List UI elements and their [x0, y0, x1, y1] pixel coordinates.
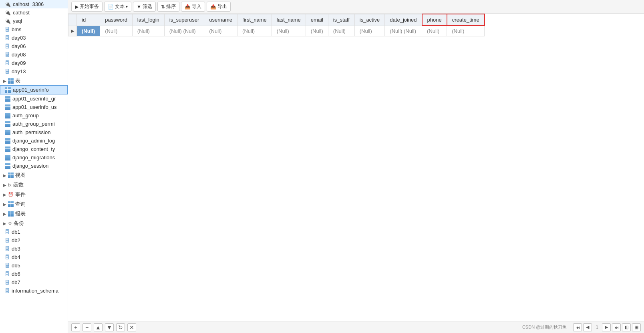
- sidebar-item-label: calhost_3306: [13, 1, 44, 7]
- text-button[interactable]: 📄 文本 ▾: [104, 2, 131, 12]
- sidebar-item-information-schema[interactable]: 🗄 information_schema: [0, 287, 68, 295]
- cell-last-login[interactable]: (Null): [132, 26, 164, 36]
- cell-last-name[interactable]: (Null): [272, 26, 306, 36]
- remove-row-button[interactable]: −: [83, 323, 91, 331]
- database-icon: 🗄: [5, 229, 10, 235]
- start-task-button[interactable]: ▶ 开始事务: [71, 2, 103, 12]
- page-first-button[interactable]: ⏮: [573, 323, 582, 331]
- import-label: 导入: [192, 3, 201, 10]
- cell-first-name[interactable]: (Null): [237, 26, 272, 36]
- sort-label: 排序: [166, 3, 176, 10]
- page-prev-button[interactable]: ◀: [583, 323, 592, 331]
- sidebar-table-auth-group[interactable]: auth_group: [0, 111, 68, 120]
- col-create-time[interactable]: create_time: [447, 14, 485, 26]
- section-events[interactable]: ▶ ⏰ 事件: [0, 189, 68, 199]
- col-is-staff[interactable]: is_staff: [328, 14, 354, 26]
- sidebar-table-app01-userinfo-us[interactable]: app01_userinfo_us: [0, 103, 68, 111]
- col-phone[interactable]: phone: [422, 14, 447, 26]
- database-icon: 🗄: [5, 271, 10, 277]
- sidebar-table-auth-permission[interactable]: auth_permission: [0, 128, 68, 136]
- sidebar-item-day03[interactable]: 🗄 day03: [0, 34, 68, 42]
- section-functions[interactable]: ▶ fx 函数: [0, 180, 68, 189]
- table-item-label: app01_userinfo_gr: [12, 96, 56, 102]
- sidebar-item-label: db4: [12, 254, 20, 260]
- col-last-login[interactable]: last_login: [132, 14, 164, 26]
- move-down-button[interactable]: ▼: [105, 323, 114, 331]
- sort-button[interactable]: ⇅ 排序: [157, 2, 179, 12]
- cell-username[interactable]: (Null): [204, 26, 237, 36]
- sidebar-item-day13[interactable]: 🗄 day13: [0, 67, 68, 76]
- page-next-button[interactable]: ▶: [602, 323, 611, 331]
- cell-email[interactable]: (Null): [306, 26, 328, 36]
- text-label: 文本: [115, 3, 125, 10]
- cell-password[interactable]: (Null): [100, 26, 133, 36]
- cell-is-staff[interactable]: (Null): [328, 26, 354, 36]
- extra-btn-1[interactable]: ◧: [622, 323, 631, 331]
- section-queries[interactable]: ▶ 查询: [0, 199, 68, 209]
- col-last-name[interactable]: last_name: [272, 14, 306, 26]
- sidebar-table-django-session[interactable]: django_session: [0, 162, 68, 170]
- sidebar-item-bms[interactable]: 🗄 bms: [0, 25, 68, 34]
- col-password[interactable]: password: [100, 14, 133, 26]
- sidebar-table-django-content-ty[interactable]: django_content_ty: [0, 145, 68, 153]
- toolbar: ▶ 开始事务 📄 文本 ▾ ▼ 筛选 ⇅ 排序 📥 导入 📤: [68, 0, 644, 14]
- cell-is-active[interactable]: (Null): [354, 26, 385, 36]
- section-label-text: 报表: [15, 210, 26, 217]
- sidebar-table-app01-userinfo[interactable]: app01_userinfo: [0, 85, 68, 94]
- sidebar-item-db2[interactable]: 🗄 db2: [0, 236, 68, 245]
- export-button[interactable]: 📤 导出: [207, 2, 231, 12]
- table-icon: [5, 130, 10, 135]
- sidebar-item-calhost3306[interactable]: 🔌 calhost_3306: [0, 0, 68, 8]
- connection-icon: 🔌: [5, 2, 11, 7]
- sidebar-item-cathost[interactable]: 🔌 cathost: [0, 8, 68, 17]
- filter-button[interactable]: ▼ 筛选: [133, 2, 156, 12]
- page-last-button[interactable]: ⏭: [612, 323, 621, 331]
- section-reports[interactable]: ▶ 报表: [0, 209, 68, 218]
- col-username[interactable]: username: [204, 14, 237, 26]
- cell-date-joined[interactable]: (Null) (Null): [385, 26, 422, 36]
- start-task-label: 开始事务: [80, 3, 99, 10]
- add-row-button[interactable]: +: [71, 323, 80, 331]
- section-label-text: 备份: [14, 220, 24, 227]
- col-email[interactable]: email: [306, 14, 328, 26]
- sidebar-item-ysql[interactable]: 🔌 ysql: [0, 17, 68, 25]
- sidebar-item-db5[interactable]: 🗄 db5: [0, 261, 68, 270]
- cell-is-superuser[interactable]: (Null) (Null): [164, 26, 204, 36]
- sidebar-table-app01-userinfo-gr[interactable]: app01_userinfo_gr: [0, 94, 68, 103]
- col-is-active[interactable]: is_active: [354, 14, 385, 26]
- page-number: 1: [593, 325, 601, 330]
- cell-id[interactable]: (Null): [77, 26, 100, 36]
- connection-icon: 🔌: [5, 18, 11, 24]
- extra-btn-2[interactable]: ▣: [632, 323, 641, 331]
- sidebar-item-db4[interactable]: 🗄 db4: [0, 253, 68, 261]
- section-backups[interactable]: ▶ ⚙ 备份: [0, 218, 68, 228]
- sidebar-item-db6[interactable]: 🗄 db6: [0, 270, 68, 278]
- sidebar-table-django-migrations[interactable]: django_migrations: [0, 153, 68, 162]
- database-icon: 🗄: [5, 27, 10, 32]
- database-icon: 🗄: [5, 52, 10, 58]
- cell-create-time[interactable]: (Null): [447, 26, 485, 36]
- text-icon: 📄: [108, 4, 114, 10]
- move-up-button[interactable]: ▲: [94, 323, 103, 331]
- reports-icon: [8, 211, 14, 217]
- sidebar-item-db1[interactable]: 🗄 db1: [0, 228, 68, 236]
- sidebar-item-day06[interactable]: 🗄 day06: [0, 42, 68, 50]
- col-is-superuser[interactable]: is_superuser: [164, 14, 204, 26]
- sidebar-table-auth-group-permi[interactable]: auth_group_permi: [0, 120, 68, 128]
- section-views[interactable]: ▶ 视图: [0, 170, 68, 180]
- sidebar-item-db7[interactable]: 🗄 db7: [0, 278, 68, 287]
- clear-button[interactable]: ✕: [127, 323, 136, 331]
- import-button[interactable]: 📥 导入: [181, 2, 205, 12]
- cell-phone[interactable]: (Null): [422, 26, 447, 36]
- sidebar-item-db3[interactable]: 🗄 db3: [0, 245, 68, 253]
- section-tables[interactable]: ▶ 表: [0, 76, 68, 85]
- col-id[interactable]: id: [77, 14, 100, 26]
- sidebar-item-day09[interactable]: 🗄 day09: [0, 59, 68, 67]
- events-icon: ⏰: [8, 192, 14, 197]
- refresh-button[interactable]: ↻: [116, 323, 125, 331]
- sidebar-item-day08[interactable]: 🗄 day08: [0, 50, 68, 59]
- col-first-name[interactable]: first_name: [237, 14, 272, 26]
- sidebar-table-django-admin-log[interactable]: django_admin_log: [0, 136, 68, 145]
- database-icon: 🗄: [5, 288, 10, 294]
- col-date-joined[interactable]: date_joined: [385, 14, 422, 26]
